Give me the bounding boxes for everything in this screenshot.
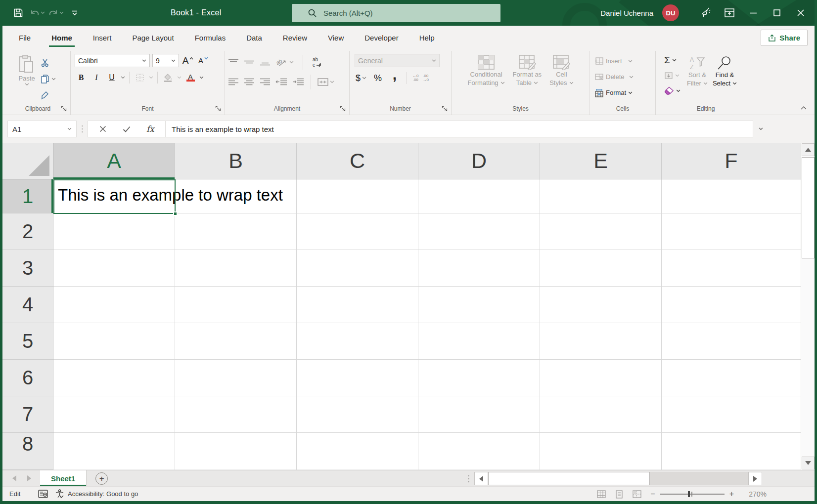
row-header-8[interactable]: 8 (2, 433, 53, 470)
insert-cells-button[interactable]: Insert (593, 54, 652, 68)
vertical-scrollbar-thumb[interactable] (802, 157, 815, 258)
percent-style-button[interactable]: % (371, 72, 384, 84)
cell-styles-button[interactable]: Cell Styles (549, 52, 573, 103)
page-break-preview-button[interactable] (633, 490, 641, 498)
number-dialog-launcher[interactable] (442, 106, 448, 112)
font-dialog-launcher[interactable] (215, 106, 221, 112)
find-select-button[interactable]: Find & Select (713, 53, 737, 103)
row-header-1[interactable]: 1 (2, 179, 53, 213)
tab-developer[interactable]: Developer (354, 26, 408, 49)
maximize-button[interactable] (765, 0, 789, 26)
row-header-5[interactable]: 5 (2, 323, 53, 360)
row-header-6[interactable]: 6 (2, 360, 53, 396)
sort-filter-button[interactable]: AZ Sort & Filter (687, 53, 708, 103)
scrollbar-resizer[interactable] (462, 475, 474, 483)
format-as-table-button[interactable]: Format as Table (513, 52, 542, 103)
expand-formula-bar-button[interactable] (753, 121, 768, 137)
tab-help[interactable]: Help (409, 26, 445, 49)
account-name[interactable]: Daniel Uchenna (600, 9, 653, 17)
scroll-right-button[interactable] (748, 472, 762, 485)
fill-handle[interactable] (173, 211, 178, 216)
horizontal-scrollbar-track[interactable] (650, 472, 748, 485)
increase-font-size-button[interactable]: A (182, 54, 194, 67)
close-button[interactable] (789, 0, 813, 26)
formula-input[interactable]: This is an example to wrap text (166, 121, 753, 137)
zoom-level[interactable]: 270% (743, 490, 767, 498)
undo-button[interactable] (28, 4, 46, 22)
font-name-select[interactable]: Calibri (75, 54, 150, 67)
tab-file[interactable]: File (8, 26, 41, 49)
column-header-C[interactable]: C (297, 143, 418, 179)
minimize-button[interactable] (741, 0, 765, 26)
format-cells-button[interactable]: Format (593, 86, 652, 99)
sheet-tab-sheet1[interactable]: Sheet1 (40, 470, 87, 486)
row-header-3[interactable]: 3 (2, 250, 53, 287)
merge-center-button[interactable] (318, 78, 334, 86)
zoom-slider[interactable] (660, 494, 725, 495)
format-painter-button[interactable] (39, 88, 57, 102)
decrease-indent-button[interactable] (275, 78, 287, 86)
tab-review[interactable]: Review (272, 26, 318, 49)
horizontal-scrollbar-thumb[interactable] (488, 472, 650, 485)
enter-button[interactable] (115, 122, 138, 136)
tab-formulas[interactable]: Formulas (184, 26, 236, 49)
next-sheet-button[interactable] (27, 475, 31, 481)
collapse-ribbon-button[interactable] (801, 106, 807, 110)
scroll-up-button[interactable] (802, 143, 815, 156)
align-bottom-button[interactable] (260, 59, 271, 66)
redo-button[interactable] (47, 4, 65, 22)
column-header-E[interactable]: E (540, 143, 662, 179)
horizontal-scrollbar[interactable] (462, 472, 762, 485)
font-size-select[interactable]: 9 (152, 54, 179, 67)
autosum-button[interactable]: Σ (663, 53, 682, 67)
conditional-formatting-button[interactable]: Conditional Formatting (467, 52, 504, 103)
tab-page-layout[interactable]: Page Layout (122, 26, 184, 49)
row-header-4[interactable]: 4 (2, 287, 53, 323)
cells-area[interactable]: This is an example to wrap text (53, 179, 801, 470)
vertical-scrollbar[interactable] (801, 143, 815, 470)
delete-cells-button[interactable]: Delete (593, 70, 652, 84)
select-all-button[interactable] (2, 143, 53, 179)
customize-quick-access-button[interactable] (66, 4, 84, 22)
align-right-button[interactable] (260, 78, 271, 86)
row-header-7[interactable]: 7 (2, 396, 53, 433)
whats-new-button[interactable] (694, 0, 718, 26)
column-header-D[interactable]: D (418, 143, 540, 179)
tab-insert[interactable]: Insert (83, 26, 122, 49)
italic-button[interactable]: I (90, 71, 103, 84)
name-box[interactable]: A1 (7, 121, 77, 137)
tab-view[interactable]: View (318, 26, 354, 49)
copy-button[interactable] (39, 72, 57, 85)
previous-sheet-button[interactable] (12, 475, 16, 481)
new-sheet-button[interactable]: + (95, 472, 108, 485)
tab-home[interactable]: Home (41, 26, 83, 49)
font-color-button[interactable]: A (184, 71, 197, 84)
paste-button[interactable]: Paste (18, 52, 35, 103)
increase-indent-button[interactable] (292, 78, 304, 86)
clipboard-dialog-launcher[interactable] (61, 106, 67, 112)
underline-button[interactable]: U (105, 71, 118, 84)
accessibility-status[interactable]: Accessibility: Good to go (55, 489, 138, 499)
scroll-left-button[interactable] (474, 472, 488, 485)
zoom-out-button[interactable]: − (650, 490, 655, 499)
avatar[interactable]: DU (662, 4, 679, 21)
cut-button[interactable] (39, 56, 57, 69)
normal-view-button[interactable] (597, 490, 606, 498)
row-header-2[interactable]: 2 (2, 213, 53, 250)
clear-button[interactable] (663, 84, 682, 97)
column-header-F[interactable]: F (662, 143, 801, 179)
cancel-button[interactable] (91, 122, 115, 136)
search-box[interactable]: Search (Alt+Q) (292, 4, 500, 22)
fill-color-button[interactable] (162, 71, 175, 84)
align-center-button[interactable] (244, 78, 255, 86)
align-middle-button[interactable] (244, 59, 255, 66)
fill-button[interactable] (663, 69, 682, 82)
save-button[interactable] (9, 4, 27, 22)
scroll-down-button[interactable] (802, 457, 815, 469)
share-button[interactable]: Share (761, 30, 808, 46)
decrease-font-size-button[interactable]: A (197, 54, 210, 67)
column-header-A[interactable]: A (53, 143, 175, 179)
align-top-button[interactable] (228, 59, 239, 66)
number-format-select[interactable]: General (355, 54, 440, 67)
orientation-button[interactable]: ab (275, 58, 294, 67)
